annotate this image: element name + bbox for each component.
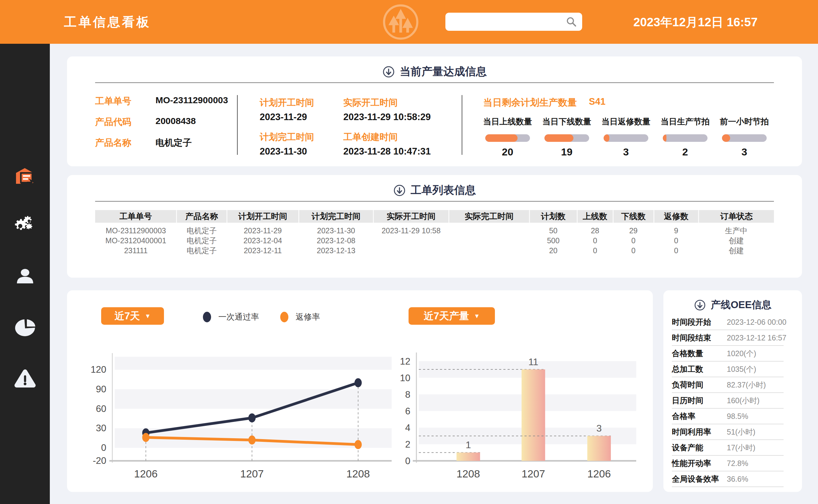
oee-row-value: 2023-12-12 16:57 — [727, 333, 786, 342]
oee-row-value: 17(小时) — [727, 443, 755, 453]
sidebar — [0, 44, 50, 504]
y-tick-label: 4 — [405, 423, 411, 433]
oee-row-value: 160(小时) — [727, 396, 759, 406]
y-tick-label: 90 — [96, 384, 106, 394]
y-tick-label: 30 — [96, 423, 106, 433]
oee-row-value: 2023-12-06 00:00 — [727, 318, 786, 327]
sidebar-item-alerts[interactable] — [13, 367, 37, 391]
line-range-dropdown[interactable]: 近7天 ▼ — [101, 307, 164, 325]
table-cell: 0 — [654, 246, 698, 256]
field-product-name: 产品名称 电机定子 — [95, 137, 192, 149]
app-header: 工单信息看板 2023年12月12日 16:57 — [0, 0, 818, 44]
oee-row: 合格率98.5% — [672, 409, 784, 424]
gauge-label: 当日返修数量 — [602, 116, 650, 127]
sidebar-item-settings[interactable] — [13, 213, 37, 237]
divider — [95, 82, 774, 83]
oee-row-value: 82.37(小时) — [727, 380, 766, 390]
remaining-value: S41 — [589, 96, 606, 109]
x-tick-label: 1208 — [346, 468, 370, 480]
sidebar-item-users[interactable] — [13, 265, 37, 289]
y-tick-label: 6 — [405, 406, 411, 416]
charts-card: 近7天 ▼ 一次通过率 返修率 1209060300-2012061207120… — [67, 290, 653, 492]
table-cell: 28 — [577, 226, 613, 236]
y-tick-label: 12 — [400, 356, 411, 367]
table-cell: MO-23112900003 — [95, 226, 177, 236]
work-order-icon — [14, 165, 37, 188]
time-label: 实际开工时间 — [343, 97, 398, 109]
table-cell: 2023-11-30 — [299, 226, 373, 236]
remaining-label: 当日剩余计划生产数量 — [483, 96, 577, 109]
oee-row: 时间利用率51(小时) — [672, 424, 784, 440]
legend-item-repair-rate[interactable]: 返修率 — [280, 311, 320, 322]
oee-row: 设备产能17(小时) — [672, 440, 784, 456]
sidebar-item-work-orders[interactable] — [13, 164, 37, 189]
data-point — [354, 440, 362, 449]
bar — [587, 436, 611, 461]
logo-icon — [382, 4, 419, 40]
app-title: 工单信息看板 — [64, 14, 151, 30]
time-value: 2023-11-29 10:58:29 — [343, 112, 431, 123]
table-header-cell: 下线数 — [613, 210, 654, 223]
user-icon — [14, 266, 36, 288]
table-cell: 0 — [577, 246, 613, 256]
production-card-title-text: 当前产量达成信息 — [400, 64, 487, 79]
search-box[interactable] — [446, 13, 582, 31]
y-tick-label: 60 — [96, 404, 106, 414]
table-cell: 0 — [613, 246, 654, 256]
table-header-cell: 工单单号 — [95, 210, 177, 223]
x-tick-label: 1206 — [134, 468, 158, 480]
table-row[interactable]: MO-23112900003电机定子2023-11-292023-11-3020… — [95, 226, 774, 236]
oee-row-value: 36.6% — [727, 475, 748, 483]
table-header-cell: 实际开工时间 — [373, 210, 449, 223]
legend-dot — [280, 312, 288, 322]
table-header-cell: 计划数 — [530, 210, 577, 223]
table-cell — [449, 246, 530, 256]
search-input[interactable] — [446, 13, 566, 31]
chevron-down-icon: ▼ — [145, 313, 151, 320]
oee-row-label: 负荷时间 — [672, 380, 703, 390]
data-point — [354, 378, 362, 387]
table-cell — [449, 236, 530, 246]
oee-row-label: 时间段结束 — [672, 333, 711, 343]
y-tick-label: 2 — [405, 439, 411, 450]
oee-row-value: 51(小时) — [727, 427, 755, 437]
y-tick-label: 0 — [405, 456, 411, 466]
table-header-row: 工单单号产品名称计划开工时间计划完工时间实际开工时间实际完工时间计划数上线数下线… — [95, 210, 774, 223]
pass-repair-line-chart: 1209060300-20120612071208 — [84, 348, 407, 490]
gauge-value: 3 — [623, 146, 629, 158]
gauge-item: 当日下线数量19 — [537, 116, 596, 158]
x-tick-label: 1206 — [587, 468, 611, 480]
y-tick-label: 0 — [101, 442, 106, 453]
field-label: 工单单号 — [95, 95, 155, 107]
gauge-bar — [604, 134, 648, 142]
oee-row: 全局设备效率36.6% — [672, 471, 784, 487]
x-tick-label: 1207 — [522, 468, 545, 480]
oee-row: 总加工数1035(个) — [672, 362, 784, 377]
data-point — [248, 435, 256, 445]
legend-item-pass-rate[interactable]: 一次通过率 — [203, 311, 259, 322]
gauge-bar-fill — [604, 134, 609, 142]
circle-down-arrow-icon — [694, 299, 706, 311]
table-cell: 0 — [654, 236, 698, 246]
table-cell: 电机定子 — [177, 236, 227, 246]
legend-label: 返修率 — [295, 311, 320, 322]
gauge-item: 当日生产节拍2 — [656, 116, 715, 158]
table-header-cell: 返修数 — [654, 210, 698, 223]
bar-range-dropdown[interactable]: 近7天产量 ▼ — [408, 307, 495, 325]
line-legend: 一次通过率 返修率 — [203, 311, 320, 322]
table-row[interactable]: 231111电机定子2023-12-112023-12-1320000创建 — [95, 246, 774, 256]
table-row[interactable]: MO-23120400001电机定子2023-12-042023-12-0850… — [95, 236, 774, 246]
table-cell: 0 — [577, 236, 613, 246]
oee-row-label: 合格率 — [672, 411, 695, 422]
data-point — [142, 433, 149, 442]
sidebar-item-reports[interactable] — [13, 316, 37, 340]
gauge-bar — [485, 134, 530, 142]
table-cell: MO-23120400001 — [95, 236, 177, 246]
table-cell: 29 — [613, 226, 654, 236]
table-cell: 20 — [530, 246, 577, 256]
table-cell: 2023-12-08 — [299, 236, 373, 246]
bar-value-label: 11 — [529, 356, 539, 367]
search-icon[interactable] — [566, 16, 577, 27]
line-range-label: 近7天 — [114, 309, 140, 323]
oee-row: 时间段结束2023-12-12 16:57 — [672, 330, 784, 346]
